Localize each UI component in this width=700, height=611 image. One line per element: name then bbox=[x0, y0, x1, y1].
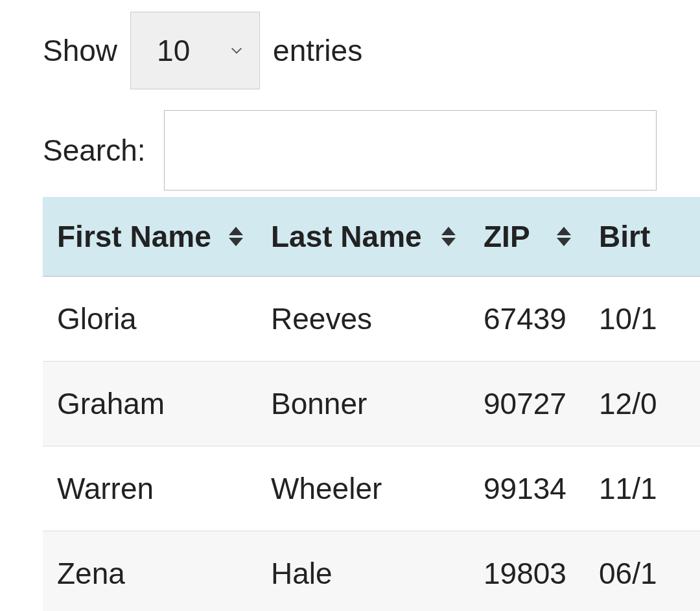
show-label: Show bbox=[43, 33, 117, 68]
datatable-container: Show 10 entries Search: First Name Last … bbox=[0, 0, 700, 611]
col-header-zip[interactable]: ZIP bbox=[469, 197, 585, 277]
entries-control: Show 10 entries bbox=[43, 12, 700, 89]
cell-birthday: 12/0 bbox=[585, 362, 700, 446]
cell-last-name: Wheeler bbox=[257, 446, 469, 531]
table-row: Zena Hale 19803 06/1 bbox=[43, 531, 700, 612]
cell-last-name: Hale bbox=[257, 531, 469, 612]
col-header-label: Birt bbox=[599, 220, 650, 253]
cell-first-name: Graham bbox=[43, 362, 257, 446]
col-header-label: Last Name bbox=[271, 220, 422, 253]
col-header-birthday[interactable]: Birt bbox=[585, 197, 700, 277]
data-table: First Name Last Name ZIP Birt Gloria bbox=[43, 197, 700, 611]
cell-first-name: Warren bbox=[43, 446, 257, 531]
cell-birthday: 11/1 bbox=[585, 446, 700, 531]
cell-birthday: 06/1 bbox=[585, 531, 700, 612]
entries-label: entries bbox=[273, 33, 362, 68]
search-input[interactable] bbox=[164, 110, 657, 190]
cell-zip: 99134 bbox=[469, 446, 585, 531]
table-row: Graham Bonner 90727 12/0 bbox=[43, 362, 700, 446]
entries-select-value: 10 bbox=[157, 33, 190, 68]
sort-icon bbox=[227, 227, 245, 246]
cell-first-name: Gloria bbox=[43, 277, 257, 362]
col-header-first-name[interactable]: First Name bbox=[43, 197, 257, 277]
table-header-row: First Name Last Name ZIP Birt bbox=[43, 197, 700, 277]
cell-zip: 67439 bbox=[469, 277, 585, 362]
chevron-down-icon bbox=[229, 43, 244, 58]
col-header-last-name[interactable]: Last Name bbox=[257, 197, 469, 277]
cell-last-name: Reeves bbox=[257, 277, 469, 362]
cell-zip: 90727 bbox=[469, 362, 585, 446]
cell-first-name: Zena bbox=[43, 531, 257, 612]
table-row: Warren Wheeler 99134 11/1 bbox=[43, 446, 700, 531]
sort-icon bbox=[439, 227, 458, 246]
search-label: Search: bbox=[43, 133, 146, 168]
table-row: Gloria Reeves 67439 10/1 bbox=[43, 277, 700, 362]
col-header-label: First Name bbox=[57, 220, 211, 253]
entries-select[interactable]: 10 bbox=[130, 12, 260, 89]
col-header-label: ZIP bbox=[484, 220, 530, 253]
search-control: Search: bbox=[43, 110, 700, 190]
cell-zip: 19803 bbox=[469, 531, 585, 612]
cell-last-name: Bonner bbox=[257, 362, 469, 446]
sort-icon bbox=[555, 227, 573, 246]
cell-birthday: 10/1 bbox=[585, 277, 700, 362]
